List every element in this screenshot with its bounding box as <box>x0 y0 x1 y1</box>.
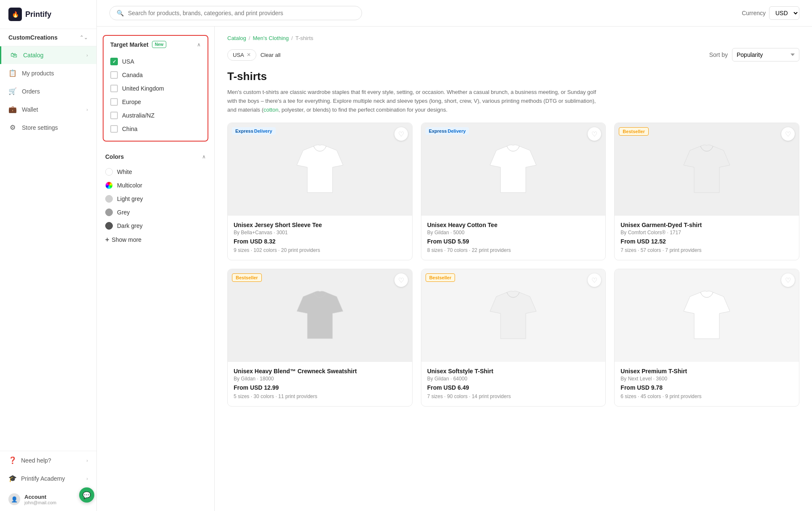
color-item-multicolor[interactable]: Multicolor <box>103 179 208 192</box>
product-card[interactable]: Express Delivery ♡ Unisex Jersey Short S… <box>227 123 413 260</box>
checkbox-label-australia: Australia/NZ <box>122 112 154 119</box>
store-selector[interactable]: CustomCreations ⌃⌄ <box>0 29 96 46</box>
product-info-p6: Unisex Premium T-Shirt By Next Level · 3… <box>615 362 799 406</box>
product-image-p1: Express Delivery ♡ <box>228 123 412 216</box>
wishlist-button-p1[interactable]: ♡ <box>394 127 408 141</box>
chatbot-button[interactable]: 💬 <box>79 487 94 503</box>
target-market-header[interactable]: Target Market New ∧ <box>104 36 208 53</box>
checkbox-uk[interactable] <box>110 85 118 92</box>
show-more-label: Show more <box>112 236 141 243</box>
color-swatch-grey <box>105 209 113 216</box>
breadcrumb-mens-clothing[interactable]: Men's Clothing <box>253 35 289 41</box>
sidebar-item-label-catalog: Catalog <box>23 52 81 59</box>
target-market-option-australia[interactable]: Australia/NZ <box>110 109 201 122</box>
search-input[interactable] <box>128 10 355 16</box>
sort-label: Sort by <box>709 51 728 58</box>
color-swatch-dark-grey <box>105 222 113 230</box>
color-swatch-light-grey <box>105 195 113 203</box>
checkbox-usa[interactable] <box>110 58 118 65</box>
delivery-word: Delivery <box>254 128 272 134</box>
target-market-title: Target Market New <box>110 41 166 48</box>
currency-area: Currency USD EUR GBP <box>742 6 799 20</box>
product-card[interactable]: Express Delivery ♡ Unisex Heavy Cotton T… <box>421 123 606 260</box>
color-item-grey[interactable]: Grey <box>103 206 208 219</box>
sidebar-item-wallet[interactable]: 💼 Wallet › <box>0 100 96 118</box>
product-price-p6: From USD 9.78 <box>620 384 793 391</box>
sidebar-item-store-settings[interactable]: ⚙ Store settings <box>0 118 96 136</box>
product-image-p2: Express Delivery ♡ <box>421 123 606 216</box>
product-info-p5: Unisex Softstyle T-Shirt By Gildan · 640… <box>421 362 606 406</box>
checkbox-canada[interactable] <box>110 71 118 79</box>
checkbox-label-uk: United Kingdom <box>122 85 164 92</box>
wishlist-button-p6[interactable]: ♡ <box>781 273 795 287</box>
product-image-p6: ♡ <box>615 269 799 362</box>
logo-area: 🔥 Printify <box>0 0 96 29</box>
express-word: Express <box>235 128 253 134</box>
color-name-grey: Grey <box>117 209 130 216</box>
product-price-p4: From USD 12.99 <box>234 384 406 391</box>
store-name: CustomCreations <box>8 34 58 41</box>
checkbox-china[interactable] <box>110 125 118 133</box>
product-name-p4: Unisex Heavy Blend™ Crewneck Sweatshirt <box>234 368 406 375</box>
sidebar-item-need-help[interactable]: ❓ Need help? › <box>0 451 96 469</box>
wishlist-button-p4[interactable]: ♡ <box>394 273 408 287</box>
color-name-white: White <box>117 169 132 175</box>
account-email: john@mail.com <box>24 500 56 505</box>
product-name-p5: Unisex Softstyle T-Shirt <box>427 368 600 375</box>
product-card[interactable]: Bestseller ♡ Unisex Heavy Blend™ Crewnec… <box>227 269 413 407</box>
sidebar-item-my-products[interactable]: 📋 My products <box>0 64 96 82</box>
colors-header[interactable]: Colors ∧ <box>103 148 208 165</box>
target-market-option-europe[interactable]: Europe <box>110 95 201 109</box>
bestseller-badge: Bestseller <box>619 127 649 136</box>
product-image-p4: Bestseller ♡ <box>228 269 412 362</box>
checkbox-australia[interactable] <box>110 112 118 119</box>
logo-text: Printify <box>25 10 51 19</box>
filter-chip-label: USA <box>233 52 244 58</box>
filter-chip-usa: USA ✕ <box>227 49 256 61</box>
target-market-collapse-icon: ∧ <box>197 42 201 48</box>
checkbox-label-canada: Canada <box>122 72 143 78</box>
breadcrumb-catalog[interactable]: Catalog <box>227 35 246 41</box>
product-provider-p5: By Gildan · 64000 <box>427 376 600 382</box>
wishlist-button-p2[interactable]: ♡ <box>588 127 601 141</box>
cotton-link[interactable]: cotton <box>264 107 278 113</box>
checkbox-europe[interactable] <box>110 98 118 106</box>
target-market-option-uk[interactable]: United Kingdom <box>110 82 201 95</box>
product-provider-p2: By Gildan · 5000 <box>427 230 600 235</box>
sidebar-item-catalog[interactable]: 🛍 Catalog › <box>0 46 96 64</box>
product-card[interactable]: Bestseller ♡ Unisex Garment-Dyed T-shirt… <box>614 123 799 260</box>
search-bar[interactable]: 🔍 <box>109 6 362 20</box>
sidebar-item-printify-academy[interactable]: 🎓 Printify Academy › <box>0 469 96 487</box>
product-provider-p6: By Next Level · 3600 <box>620 376 793 382</box>
color-item-dark-grey[interactable]: Dark grey <box>103 219 208 233</box>
content-area: Target Market New ∧ USA Canada United Ki… <box>97 27 812 511</box>
product-card[interactable]: Bestseller ♡ Unisex Softstyle T-Shirt By… <box>421 269 606 407</box>
color-item-white[interactable]: White <box>103 165 208 179</box>
product-info-p1: Unisex Jersey Short Sleeve Tee By Bella+… <box>228 216 412 260</box>
store-settings-nav-icon: ⚙ <box>8 123 17 131</box>
page-description: Men's custom t-shirts are classic wardro… <box>227 88 606 114</box>
sidebar-item-orders[interactable]: 🛒 Orders <box>0 82 96 100</box>
wallet-nav-icon: 💼 <box>8 105 17 113</box>
product-card[interactable]: ♡ Unisex Premium T-Shirt By Next Level ·… <box>614 269 799 407</box>
target-market-option-canada[interactable]: Canada <box>110 68 201 82</box>
main-area: 🔍 Currency USD EUR GBP Target Market New <box>97 0 812 511</box>
wishlist-button-p3[interactable]: ♡ <box>781 127 795 141</box>
product-price-p2: From USD 5.59 <box>427 238 600 245</box>
product-info-p2: Unisex Heavy Cotton Tee By Gildan · 5000… <box>421 216 606 260</box>
remove-filter-icon[interactable]: ✕ <box>247 52 251 58</box>
product-info-p3: Unisex Garment-Dyed T-shirt By Comfort C… <box>615 216 799 260</box>
show-more-button[interactable]: + Show more <box>103 233 144 247</box>
clear-all-button[interactable]: Clear all <box>261 52 281 58</box>
wishlist-button-p5[interactable]: ♡ <box>588 273 601 287</box>
target-market-option-usa[interactable]: USA <box>110 55 201 68</box>
target-market-option-china[interactable]: China <box>110 122 201 136</box>
currency-label: Currency <box>742 10 766 16</box>
sort-select[interactable]: Popularity Price: Low to High Price: Hig… <box>732 48 799 62</box>
color-item-light-grey[interactable]: Light grey <box>103 192 208 206</box>
header: 🔍 Currency USD EUR GBP <box>97 0 812 27</box>
plus-icon: + <box>105 236 109 243</box>
currency-select[interactable]: USD EUR GBP <box>769 6 799 20</box>
active-filters: USA ✕ Clear all <box>227 49 280 61</box>
filter-panel: Target Market New ∧ USA Canada United Ki… <box>97 27 215 511</box>
